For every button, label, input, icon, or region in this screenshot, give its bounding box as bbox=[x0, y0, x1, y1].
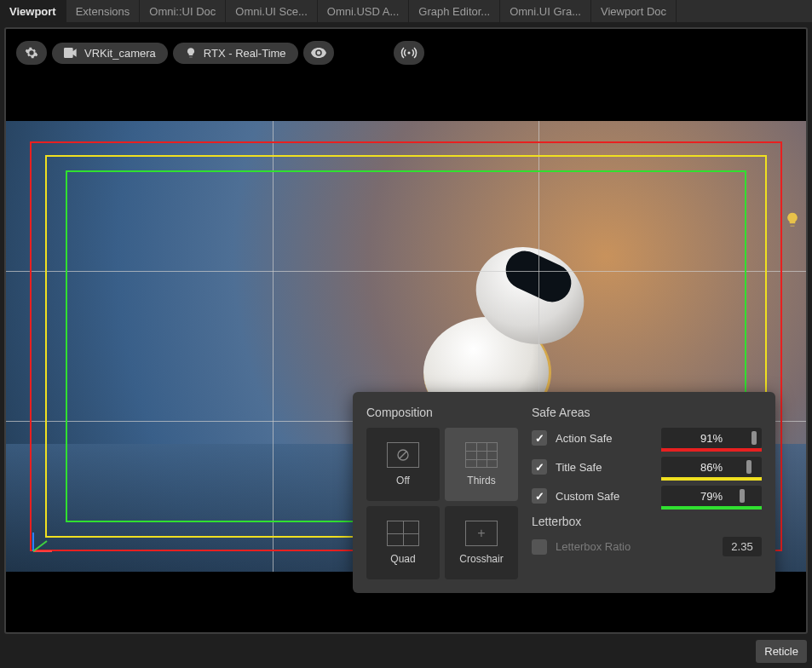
reticle-button[interactable]: Reticle bbox=[756, 640, 807, 663]
tab-viewport[interactable]: Viewport bbox=[0, 0, 66, 22]
off-icon bbox=[396, 448, 410, 462]
lightbulb-icon bbox=[185, 47, 197, 59]
letterbox-header: Letterbox bbox=[532, 515, 762, 528]
tab-omni-ui-doc[interactable]: Omni::UI Doc bbox=[140, 0, 226, 22]
visibility-button[interactable] bbox=[303, 41, 334, 65]
action-safe-label: Action Safe bbox=[556, 432, 653, 445]
camera-label: VRKit_camera bbox=[84, 47, 156, 60]
viewport-toolbar: VRKit_camera RTX - Real-Time bbox=[16, 41, 334, 65]
custom-safe-label: Custom Safe bbox=[556, 490, 653, 503]
light-gizmo-icon[interactable] bbox=[784, 211, 801, 228]
svg-line-2 bbox=[33, 541, 47, 551]
safe-areas-header: Safe Areas bbox=[532, 406, 762, 419]
crosshair-icon: + bbox=[465, 521, 498, 546]
tab-viewport-doc[interactable]: Viewport Doc bbox=[591, 0, 677, 22]
thirds-icon bbox=[465, 442, 498, 468]
composition-header: Composition bbox=[366, 406, 518, 419]
custom-safe-slider[interactable]: 79% bbox=[661, 486, 762, 506]
tab-omni-ui-scene[interactable]: Omni.UI Sce... bbox=[226, 0, 318, 22]
render-mode-label: RTX - Real-Time bbox=[204, 47, 286, 60]
tab-omni-ui-graph[interactable]: Omni.UI Gra... bbox=[500, 0, 591, 22]
gear-icon bbox=[25, 46, 38, 60]
composition-quad[interactable]: Quad bbox=[366, 506, 440, 579]
letterbox-checkbox[interactable] bbox=[532, 539, 547, 555]
action-safe-checkbox[interactable] bbox=[532, 430, 547, 446]
safe-areas-section: Safe Areas Action Safe 91% Title Safe 86… bbox=[532, 406, 762, 579]
render-mode-selector[interactable]: RTX - Real-Time bbox=[173, 43, 298, 64]
broadcast-button[interactable] bbox=[394, 41, 424, 65]
title-safe-checkbox[interactable] bbox=[532, 459, 547, 475]
reticle-settings-panel: Composition Off Thirds Quad + Crosshair … bbox=[353, 392, 775, 593]
tab-graph-editor[interactable]: Graph Editor... bbox=[409, 0, 500, 22]
axis-gizmo[interactable] bbox=[26, 524, 60, 558]
eye-icon bbox=[311, 48, 326, 58]
svg-line-4 bbox=[400, 452, 406, 458]
settings-button[interactable] bbox=[16, 41, 47, 65]
letterbox-label: Letterbox Ratio bbox=[556, 540, 714, 553]
letterbox-ratio-field[interactable]: 2.35 bbox=[723, 537, 762, 556]
tab-extensions[interactable]: Extensions bbox=[66, 0, 141, 22]
composition-section: Composition Off Thirds Quad + Crosshair bbox=[366, 406, 518, 579]
composition-thirds[interactable]: Thirds bbox=[445, 428, 518, 501]
composition-crosshair[interactable]: + Crosshair bbox=[445, 506, 518, 579]
tab-bar: Viewport Extensions Omni::UI Doc Omni.UI… bbox=[0, 0, 812, 22]
broadcast-icon bbox=[400, 47, 418, 59]
quad-icon bbox=[387, 521, 419, 546]
composition-off[interactable]: Off bbox=[366, 428, 440, 501]
action-safe-slider[interactable]: 91% bbox=[661, 428, 762, 448]
title-safe-label: Title Safe bbox=[556, 461, 653, 474]
custom-safe-checkbox[interactable] bbox=[532, 488, 547, 504]
camera-selector[interactable]: VRKit_camera bbox=[52, 43, 168, 64]
title-safe-slider[interactable]: 86% bbox=[661, 457, 762, 477]
camera-icon bbox=[64, 48, 78, 58]
tab-omni-usd[interactable]: Omni.USD A... bbox=[318, 0, 410, 22]
